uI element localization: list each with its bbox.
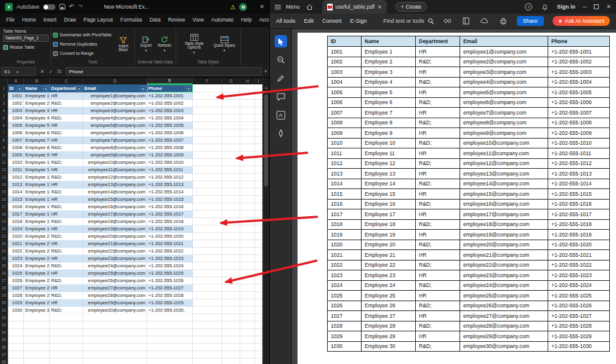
- row-number[interactable]: 24: [0, 255, 8, 262]
- row-number[interactable]: 25: [0, 262, 8, 270]
- cell[interactable]: [193, 218, 222, 225]
- cell[interactable]: [240, 144, 255, 152]
- cell[interactable]: [240, 314, 255, 322]
- cell[interactable]: [222, 240, 240, 248]
- cell[interactable]: [193, 188, 222, 196]
- cell[interactable]: [83, 314, 147, 322]
- cell[interactable]: [222, 233, 240, 240]
- cell[interactable]: [147, 322, 193, 329]
- cell[interactable]: +1-202-555-1024: [147, 262, 193, 270]
- row-number[interactable]: 16: [0, 196, 8, 203]
- cell[interactable]: +1-202-555-1003: [147, 107, 193, 115]
- filter-icon[interactable]: ▾: [43, 86, 48, 91]
- cell[interactable]: [8, 358, 24, 364]
- cell[interactable]: [193, 322, 222, 329]
- cell[interactable]: [8, 314, 24, 322]
- cell[interactable]: [222, 100, 240, 107]
- cell[interactable]: [222, 322, 240, 329]
- filter-icon[interactable]: ▾: [186, 86, 191, 91]
- cell[interactable]: [193, 292, 222, 299]
- refresh-button[interactable]: Refresh ▾: [155, 29, 174, 59]
- cell[interactable]: [255, 129, 262, 137]
- row-number[interactable]: 4: [0, 107, 8, 115]
- cell[interactable]: +1-202-555-1029: [147, 299, 193, 307]
- cell[interactable]: [255, 203, 262, 211]
- cell[interactable]: [240, 84, 255, 92]
- cell[interactable]: Employee 11: [24, 166, 50, 174]
- cell[interactable]: [255, 152, 262, 159]
- cell[interactable]: [193, 262, 222, 270]
- cell[interactable]: [240, 211, 255, 218]
- row-number[interactable]: 17: [0, 203, 8, 211]
- cell[interactable]: [222, 152, 240, 159]
- row-number[interactable]: 23: [0, 248, 8, 255]
- cell[interactable]: Employee 30: [24, 307, 50, 314]
- cell[interactable]: [193, 344, 222, 351]
- row-number[interactable]: 15: [0, 188, 8, 196]
- cell[interactable]: 1019: [8, 225, 24, 233]
- cell[interactable]: HR: [50, 152, 83, 159]
- cell[interactable]: [255, 285, 262, 292]
- cell[interactable]: Employee 28: [24, 292, 50, 299]
- cell[interactable]: [240, 100, 255, 107]
- cell[interactable]: [222, 314, 240, 322]
- column-header-f[interactable]: F: [193, 78, 222, 84]
- cell[interactable]: [255, 240, 262, 248]
- cell[interactable]: [255, 181, 262, 188]
- cell[interactable]: [222, 115, 240, 122]
- cell[interactable]: [255, 351, 262, 358]
- cell[interactable]: [240, 336, 255, 344]
- cell[interactable]: [255, 292, 262, 299]
- row-number[interactable]: 30: [0, 299, 8, 307]
- cell[interactable]: +1-202-555-1017: [147, 211, 193, 218]
- cell[interactable]: [193, 122, 222, 129]
- row-number[interactable]: 1: [0, 84, 8, 92]
- cell[interactable]: [222, 129, 240, 137]
- ribbon-tab-insert[interactable]: Insert: [39, 14, 60, 26]
- cell[interactable]: [240, 152, 255, 159]
- cell[interactable]: Employee 26: [24, 277, 50, 285]
- cell[interactable]: HR: [50, 285, 83, 292]
- cell[interactable]: 1011: [8, 166, 24, 174]
- comment-tool[interactable]: [275, 91, 287, 103]
- cell[interactable]: HR: [50, 240, 83, 248]
- cell[interactable]: [193, 277, 222, 285]
- cell[interactable]: [222, 84, 240, 92]
- cell[interactable]: [255, 174, 262, 181]
- cell[interactable]: [222, 285, 240, 292]
- cell[interactable]: employee2@company.com: [83, 100, 147, 107]
- advanced-search-icon[interactable]: [443, 16, 453, 26]
- row-number[interactable]: 2: [0, 92, 8, 100]
- cell[interactable]: [193, 255, 222, 262]
- cell[interactable]: Employee 21: [24, 240, 50, 248]
- cell[interactable]: [255, 196, 262, 203]
- cell[interactable]: [240, 299, 255, 307]
- cell[interactable]: [255, 107, 262, 115]
- edit-text-tool[interactable]: A: [275, 109, 287, 121]
- cell[interactable]: Employee 10: [24, 159, 50, 166]
- create-button[interactable]: + Create: [395, 2, 427, 12]
- cell[interactable]: [240, 307, 255, 314]
- cell[interactable]: [50, 322, 83, 329]
- cell[interactable]: employee30@company.com: [83, 307, 147, 314]
- cell[interactable]: 1018: [8, 218, 24, 225]
- redo-icon[interactable]: ↷: [78, 4, 83, 10]
- cell[interactable]: [222, 211, 240, 218]
- cell[interactable]: [255, 122, 262, 129]
- cell[interactable]: R&D;: [50, 233, 83, 240]
- cell[interactable]: [222, 329, 240, 336]
- cell[interactable]: 1007: [8, 137, 24, 144]
- cell[interactable]: [255, 270, 262, 277]
- cell[interactable]: 1026: [8, 277, 24, 285]
- cell[interactable]: [222, 218, 240, 225]
- cell[interactable]: +1-202-555-1010: [147, 159, 193, 166]
- cell[interactable]: [8, 329, 24, 336]
- cell[interactable]: [240, 277, 255, 285]
- cell[interactable]: [193, 307, 222, 314]
- cell[interactable]: +1-202-555-1022: [147, 248, 193, 255]
- cell[interactable]: +1-202-555-1016: [147, 203, 193, 211]
- cell[interactable]: HR: [50, 122, 83, 129]
- print-icon[interactable]: [498, 16, 508, 26]
- cell[interactable]: [240, 137, 255, 144]
- cell[interactable]: HR: [50, 181, 83, 188]
